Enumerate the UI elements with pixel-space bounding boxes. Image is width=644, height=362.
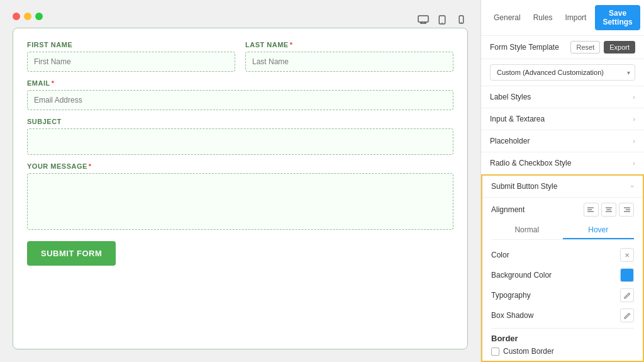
- submit-button-style-section: Submit Button Style › Alignment: [481, 174, 644, 362]
- state-tabs: Normal Hover: [491, 222, 634, 240]
- form-container: FIRST NAME LAST NAME* EMAIL* SUBJECT: [13, 28, 468, 349]
- template-row: Form Style Template Reset Export: [481, 36, 644, 59]
- last-name-group: LAST NAME*: [245, 41, 453, 72]
- window-controls: [13, 13, 468, 20]
- typography-row: Typography: [491, 285, 634, 305]
- alignment-row: Alignment: [491, 203, 634, 217]
- tablet-icon[interactable]: [435, 13, 449, 26]
- chevron-right-icon-input: ›: [633, 115, 635, 123]
- email-group: EMAIL*: [27, 79, 453, 110]
- form-preview-panel: FIRST NAME LAST NAME* EMAIL* SUBJECT: [0, 0, 480, 362]
- save-settings-button[interactable]: Save Settings: [595, 5, 640, 30]
- tab-rules[interactable]: Rules: [530, 11, 557, 25]
- name-row: FIRST NAME LAST NAME*: [27, 41, 453, 72]
- box-shadow-edit-icon[interactable]: [620, 308, 634, 322]
- chevron-right-icon-radio: ›: [633, 159, 635, 167]
- alignment-icons: [584, 203, 634, 217]
- svg-point-5: [441, 22, 443, 23]
- label-styles-item[interactable]: Label Styles ›: [481, 86, 644, 108]
- radio-checkbox-item[interactable]: Radio & Checkbox Style ›: [481, 152, 644, 174]
- custom-border-checkbox[interactable]: [491, 348, 499, 356]
- box-shadow-row: Box Shadow: [491, 305, 634, 325]
- last-name-label: LAST NAME*: [245, 41, 453, 48]
- top-nav: General Rules Import Save Settings: [481, 0, 644, 36]
- message-textarea[interactable]: [27, 173, 453, 230]
- email-input[interactable]: [27, 90, 453, 110]
- custom-border-row: Custom Border: [491, 347, 634, 356]
- template-select-wrapper: Custom (Advanced Customization) ▾: [490, 64, 635, 81]
- first-name-group: FIRST NAME: [27, 41, 235, 72]
- last-name-input[interactable]: [245, 52, 453, 72]
- desktop-icon[interactable]: [416, 13, 430, 26]
- maximize-dot[interactable]: [35, 13, 43, 20]
- first-name-label: FIRST NAME: [27, 41, 235, 48]
- typography-edit-icon[interactable]: [620, 288, 634, 302]
- svg-rect-0: [418, 16, 428, 22]
- template-select-row: Custom (Advanced Customization) ▾: [481, 59, 644, 86]
- template-section-label: Form Style Template: [490, 43, 559, 52]
- close-dot[interactable]: [13, 13, 20, 20]
- export-button[interactable]: Export: [604, 41, 635, 54]
- subject-label: SUBJECT: [27, 118, 453, 125]
- placeholder-item[interactable]: Placeholder ›: [481, 130, 644, 152]
- settings-panel: General Rules Import Save Settings Form …: [480, 0, 644, 362]
- subject-textarea[interactable]: [27, 128, 453, 155]
- align-left-icon[interactable]: [584, 203, 599, 217]
- border-section: Border Custom Border: [491, 328, 634, 356]
- submit-section-content: Alignment: [482, 198, 643, 361]
- required-star-email: *: [52, 79, 55, 87]
- device-switcher: [416, 13, 468, 26]
- submit-button[interactable]: SUBMIT FORM: [27, 241, 116, 266]
- minimize-dot[interactable]: [24, 13, 31, 20]
- reset-button[interactable]: Reset: [570, 41, 600, 54]
- x-icon: ✕: [625, 252, 630, 259]
- required-star: *: [290, 41, 293, 48]
- submit-section-header[interactable]: Submit Button Style ›: [482, 176, 643, 198]
- template-actions: Reset Export: [570, 41, 635, 54]
- bg-color-picker[interactable]: [620, 268, 634, 282]
- chevron-down-icon-submit: ›: [629, 185, 636, 188]
- subject-group: SUBJECT: [27, 118, 453, 155]
- message-label: YOUR MESSAGE*: [27, 162, 453, 170]
- bg-color-row: Background Color: [491, 265, 634, 285]
- tab-general[interactable]: General: [490, 11, 525, 25]
- align-center-icon[interactable]: [601, 203, 616, 217]
- mobile-icon[interactable]: [454, 13, 468, 26]
- input-textarea-item[interactable]: Input & Textarea ›: [481, 108, 644, 130]
- chevron-right-icon-placeholder: ›: [633, 137, 635, 145]
- align-right-icon[interactable]: [619, 203, 634, 217]
- svg-point-7: [460, 22, 461, 23]
- required-star-message: *: [89, 162, 92, 170]
- template-select[interactable]: Custom (Advanced Customization): [490, 64, 635, 81]
- color-row: Color ✕: [491, 245, 634, 265]
- color-picker[interactable]: ✕: [620, 248, 634, 262]
- chevron-right-icon-label: ›: [633, 93, 635, 101]
- tab-normal[interactable]: Normal: [491, 222, 563, 239]
- tab-hover[interactable]: Hover: [563, 222, 635, 239]
- email-label: EMAIL*: [27, 79, 453, 87]
- tab-import[interactable]: Import: [561, 11, 590, 25]
- message-group: YOUR MESSAGE*: [27, 162, 453, 230]
- custom-border-label: Custom Border: [503, 347, 554, 356]
- first-name-input[interactable]: [27, 52, 235, 72]
